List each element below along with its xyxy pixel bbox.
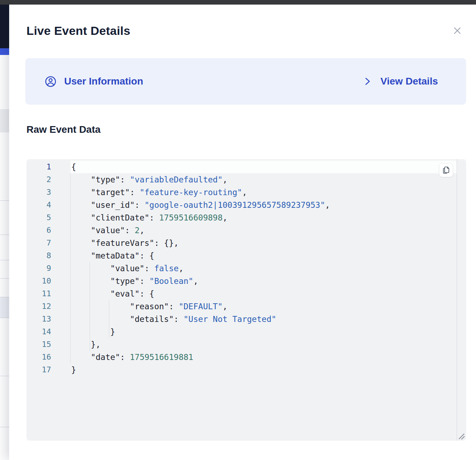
code-line-text: "date": 1759516619881	[71, 351, 457, 363]
code-line-text: "value": 2,	[71, 224, 457, 237]
code-line-text: }	[71, 363, 457, 376]
editor-right-separator	[457, 159, 457, 441]
code-line: 11 "eval": {	[26, 287, 457, 300]
copy-icon	[442, 166, 450, 174]
underlying-row-divider	[0, 235, 9, 235]
code-line: 4 "user_id": "google-oauth2|100391295657…	[26, 199, 457, 211]
code-line-text: "type": "variableDefaulted",	[71, 173, 457, 186]
line-number: 14	[26, 325, 71, 338]
code-line-text: "value": false,	[71, 262, 457, 275]
underlying-accent-bar	[0, 48, 9, 55]
code-line: 17}	[26, 363, 457, 376]
underlying-selected-row	[0, 297, 9, 318]
close-button[interactable]	[452, 25, 463, 37]
code-line-text: },	[71, 338, 457, 351]
underlying-gray-block	[0, 109, 9, 132]
user-circle-icon	[45, 76, 56, 87]
code-line: 13 "details": "User Not Targeted"	[26, 313, 457, 325]
line-number: 11	[26, 287, 71, 300]
line-number: 17	[26, 363, 71, 376]
code-line: 12 "reason": "DEFAULT",	[26, 300, 457, 313]
code-line: 2 "type": "variableDefaulted",	[26, 173, 457, 186]
line-number: 1	[26, 161, 71, 173]
line-number: 5	[26, 211, 71, 224]
live-event-details-modal: Live Event Details User Information View…	[9, 5, 476, 460]
raw-event-data-heading: Raw Event Data	[26, 124, 100, 135]
code-line-text: "eval": {	[71, 287, 457, 300]
code-line-text: "featureVars": {},	[71, 237, 457, 249]
view-details-button[interactable]: View Details	[363, 76, 438, 87]
code-line: 14 }	[26, 325, 457, 338]
code-line: 16 "date": 1759516619881	[26, 351, 457, 363]
line-number: 10	[26, 275, 71, 287]
code-line: 1{	[26, 161, 457, 173]
user-information-banner: User Information View Details	[25, 58, 466, 105]
line-number: 16	[26, 351, 71, 363]
code-line-text: "reason": "DEFAULT",	[71, 300, 457, 313]
underlying-row-divider	[0, 297, 9, 297]
line-number: 9	[26, 262, 71, 275]
code-line: 9 "value": false,	[26, 262, 457, 275]
resize-handle[interactable]	[457, 432, 465, 440]
underlying-row-divider	[0, 318, 9, 318]
underlying-row-divider	[0, 200, 9, 201]
code-line-text: {	[71, 161, 457, 173]
line-number: 12	[26, 300, 71, 313]
underlying-row-divider	[0, 376, 9, 376]
code-line: 3 "target": "feature-key-routing",	[26, 186, 457, 199]
line-number: 8	[26, 249, 71, 262]
close-icon	[452, 25, 463, 37]
code-rows: 1{2 "type": "variableDefaulted",3 "targe…	[26, 161, 457, 376]
line-number: 15	[26, 338, 71, 351]
line-number: 4	[26, 199, 71, 211]
code-line-text: "user_id": "google-oauth2|10039129565758…	[71, 199, 457, 211]
code-line-text: "type": "Boolean",	[71, 275, 457, 287]
view-details-label: View Details	[380, 76, 438, 87]
underlying-row-divider	[0, 260, 9, 260]
line-number: 2	[26, 173, 71, 186]
raw-event-code-editor[interactable]: 1{2 "type": "variableDefaulted",3 "targe…	[26, 159, 466, 441]
code-line-text: "details": "User Not Targeted"	[71, 313, 457, 325]
browser-chrome-strip	[0, 0, 476, 5]
chevron-right-icon	[363, 77, 372, 86]
copy-button[interactable]	[439, 163, 453, 177]
line-number: 7	[26, 237, 71, 249]
modal-title: Live Event Details	[26, 24, 130, 38]
underlying-row-divider	[0, 278, 9, 279]
code-line: 8 "metaData": {	[26, 249, 457, 262]
user-information-label: User Information	[64, 76, 143, 87]
line-number: 13	[26, 313, 71, 325]
code-line: 10 "type": "Boolean",	[26, 275, 457, 287]
code-line: 5 "clientDate": 1759516609898,	[26, 211, 457, 224]
code-line-text: }	[71, 325, 457, 338]
code-line-text: "clientDate": 1759516609898,	[71, 211, 457, 224]
code-line: 7 "featureVars": {},	[26, 237, 457, 249]
code-line: 6 "value": 2,	[26, 224, 457, 237]
code-line: 15 },	[26, 338, 457, 351]
code-line-text: "metaData": {	[71, 249, 457, 262]
line-number: 3	[26, 186, 71, 199]
underlying-row-divider	[0, 427, 9, 427]
code-line-text: "target": "feature-key-routing",	[71, 186, 457, 199]
underlying-header-edge	[0, 5, 9, 48]
line-number: 6	[26, 224, 71, 237]
underlying-page-strip	[0, 5, 9, 460]
